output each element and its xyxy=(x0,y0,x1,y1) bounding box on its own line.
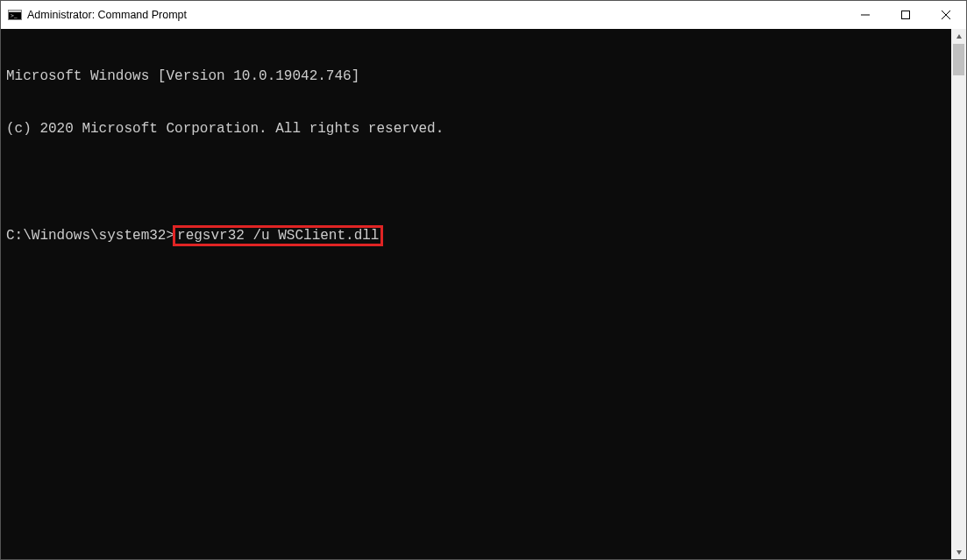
scroll-track[interactable] xyxy=(951,44,966,544)
terminal-prompt: C:\Windows\system32> xyxy=(6,228,174,244)
terminal-command: regsvr32 /u WSClient.dll xyxy=(177,228,379,244)
svg-marker-7 xyxy=(956,34,962,39)
titlebar[interactable]: >_ Administrator: Command Prompt xyxy=(1,1,966,29)
terminal-prompt-line: C:\Windows\system32>regsvr32 /u WSClient… xyxy=(6,225,946,246)
scroll-down-button[interactable] xyxy=(951,544,966,559)
cmd-icon: >_ xyxy=(8,8,22,22)
vertical-scrollbar[interactable] xyxy=(951,29,966,559)
scroll-up-button[interactable] xyxy=(951,29,966,44)
svg-marker-8 xyxy=(956,550,962,555)
client-area: Microsoft Windows [Version 10.0.19042.74… xyxy=(1,29,966,559)
terminal-output[interactable]: Microsoft Windows [Version 10.0.19042.74… xyxy=(1,29,951,559)
svg-rect-4 xyxy=(902,11,910,19)
terminal-line: Microsoft Windows [Version 10.0.19042.74… xyxy=(6,67,946,85)
command-highlight: regsvr32 /u WSClient.dll xyxy=(173,225,383,246)
svg-text:>_: >_ xyxy=(11,12,18,19)
window-controls xyxy=(845,1,966,29)
window-title: Administrator: Command Prompt xyxy=(27,9,845,21)
terminal-line: (c) 2020 Microsoft Corporation. All righ… xyxy=(6,120,946,138)
minimize-button[interactable] xyxy=(845,1,885,29)
app-window: >_ Administrator: Command Prompt Microso… xyxy=(0,0,967,560)
maximize-button[interactable] xyxy=(885,1,926,29)
terminal-line xyxy=(6,173,946,190)
close-button[interactable] xyxy=(926,1,966,29)
scroll-thumb[interactable] xyxy=(953,44,964,75)
